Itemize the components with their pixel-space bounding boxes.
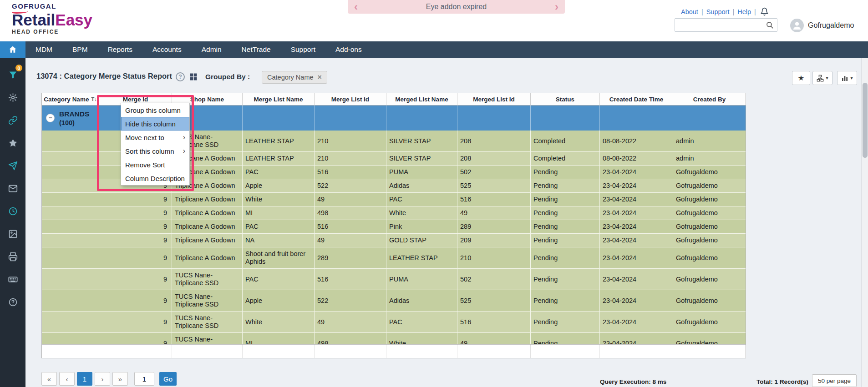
- sidebar-filter[interactable]: 0: [0, 63, 25, 86]
- favorite-button[interactable]: ★: [792, 71, 810, 85]
- link-separator: |: [701, 8, 703, 15]
- chart-view-button[interactable]: ▾: [837, 71, 857, 85]
- bell-icon[interactable]: [760, 7, 769, 16]
- menu-item-label: Group this column: [125, 106, 181, 114]
- nav-item-support[interactable]: Support: [281, 41, 325, 58]
- menu-item-column-description[interactable]: Column Description: [121, 171, 189, 185]
- menu-item-hide-this-column[interactable]: Hide this column: [121, 117, 189, 131]
- column-header-merged-list-id[interactable]: Merged List Id: [457, 93, 531, 106]
- table-row[interactable]: 9Triplicane A GodownMI498White49Pending2…: [42, 206, 746, 220]
- mail-icon: [8, 184, 18, 193]
- group-view-button[interactable]: ▾: [812, 71, 832, 85]
- cell-merged-list-id: 502: [457, 269, 531, 290]
- about-link[interactable]: About: [681, 8, 698, 15]
- sidebar-mail[interactable]: [0, 177, 25, 200]
- page-number-button[interactable]: 1: [77, 372, 92, 386]
- cell-merged-list-id: 49: [457, 333, 531, 344]
- group-cell: [386, 106, 457, 131]
- main-nav: MDM BPM Reports Accounts Admin NetTrade …: [0, 41, 868, 58]
- support-link[interactable]: Support: [706, 8, 730, 15]
- menu-item-move-next-to[interactable]: Move next to›: [121, 131, 189, 144]
- nav-item-mdm[interactable]: MDM: [25, 41, 62, 58]
- cell-merge-list-name: MI: [243, 333, 315, 344]
- cell-shop-name: Triplicane A Godown: [172, 220, 243, 234]
- cell-status: Pending: [531, 234, 600, 247]
- sidebar-keyboard[interactable]: [0, 268, 25, 291]
- sidebar-history[interactable]: [0, 200, 25, 222]
- cell-merge-list-name: White: [243, 312, 315, 333]
- help-link[interactable]: Help: [737, 8, 751, 15]
- nav-item-accounts[interactable]: Accounts: [142, 41, 192, 58]
- last-page-button[interactable]: »: [112, 372, 128, 386]
- nav-item-addons[interactable]: Add-ons: [325, 41, 372, 58]
- first-page-button[interactable]: «: [41, 372, 57, 386]
- sidebar-share[interactable]: [0, 154, 25, 177]
- column-header-status[interactable]: Status: [531, 93, 600, 106]
- menu-item-group-this-column[interactable]: Group this column: [121, 103, 189, 117]
- cell-status: Pending: [531, 166, 600, 179]
- sidebar-favorites[interactable]: [0, 131, 25, 154]
- column-header-category-name[interactable]: Category Name T↓: [42, 93, 99, 106]
- cell-merge-id: 9: [99, 206, 172, 220]
- search-icon[interactable]: [766, 21, 774, 29]
- table-row[interactable]: 9TUCS Nane- Triplicane SSDPAC516PUMA502P…: [42, 269, 746, 290]
- cell-category: [42, 193, 99, 206]
- table-row[interactable]: 9TUCS Nane- Triplicane SSDMI498White49Pe…: [42, 333, 746, 344]
- menu-item-sort-this-column[interactable]: Sort this column›: [121, 144, 189, 158]
- next-page-button[interactable]: ›: [95, 372, 110, 386]
- group-cell: [243, 106, 315, 131]
- home-tab[interactable]: [0, 41, 25, 58]
- grouped-by-chip[interactable]: Category Name ×: [262, 71, 327, 84]
- table-row[interactable]: 9Triplicane A GodownWhite49PAC516Pending…: [42, 193, 746, 206]
- table-row[interactable]: 9TUCS Nane- Triplicane SSDWhite49PAC516P…: [42, 312, 746, 333]
- sidebar-links[interactable]: [0, 109, 25, 131]
- report-help-icon[interactable]: ?: [176, 72, 185, 81]
- cell-merge-list-name: Shoot and fruit borer Aphids: [243, 247, 315, 269]
- column-header-merge-list-id[interactable]: Merge List Id: [315, 93, 386, 106]
- sidebar-print[interactable]: [0, 245, 25, 268]
- cell-merged-list-name: GOLD STAP: [386, 234, 457, 247]
- scrollbar-thumb[interactable]: [863, 83, 868, 158]
- table-row[interactable]: 9Triplicane A GodownNA49GOLD STAP209Pend…: [42, 234, 746, 247]
- nav-item-bpm[interactable]: BPM: [62, 41, 98, 58]
- cell-merge-list-id: 49: [315, 234, 386, 247]
- sidebar-media[interactable]: [0, 222, 25, 245]
- go-button[interactable]: Go: [159, 372, 177, 386]
- user-menu[interactable]: Gofrugaldemo: [790, 19, 854, 32]
- search-input[interactable]: [675, 19, 766, 31]
- cell-created-date-time: 23-04-2024: [600, 179, 673, 193]
- cell-status: Pending: [531, 333, 600, 344]
- chip-close-icon[interactable]: ×: [318, 73, 322, 81]
- collapse-group-button[interactable]: −: [46, 114, 55, 122]
- column-header-created-date-time[interactable]: Created Date Time: [600, 93, 673, 106]
- table-row[interactable]: 9Triplicane A GodownPAC516Pink289Pending…: [42, 220, 746, 234]
- column-header-merge-list-name[interactable]: Merge List Name: [243, 93, 315, 106]
- cell-merged-list-id: 516: [457, 312, 531, 333]
- cell-merged-list-id: 49: [457, 206, 531, 220]
- menu-item-remove-sort[interactable]: Remove Sort: [121, 158, 189, 171]
- link-icon: [8, 116, 18, 125]
- vertical-scrollbar[interactable]: [861, 58, 868, 387]
- column-header-created-by[interactable]: Created By: [673, 93, 746, 106]
- cell-merged-list-name: PUMA: [386, 269, 457, 290]
- board-grid-icon[interactable]: [189, 73, 198, 81]
- banner-prev-icon[interactable]: ‹: [354, 2, 358, 12]
- column-header-merged-list-name[interactable]: Merged List Name: [386, 93, 457, 106]
- group-cell: [673, 106, 746, 131]
- person-icon: [792, 20, 802, 31]
- footer-cell: [99, 345, 172, 358]
- sidebar-help[interactable]: [0, 291, 25, 313]
- group-count: (100): [59, 119, 89, 126]
- per-page-select[interactable]: 50 per page: [812, 374, 857, 387]
- prev-page-button[interactable]: ‹: [59, 372, 75, 386]
- goto-page-input[interactable]: [134, 372, 154, 386]
- sidebar-settings[interactable]: [0, 86, 25, 109]
- nav-item-admin[interactable]: Admin: [192, 41, 232, 58]
- nav-item-nettrade[interactable]: NetTrade: [232, 41, 281, 58]
- table-row[interactable]: 9TUCS Nane- Triplicane SSDApple522Adidas…: [42, 290, 746, 312]
- menu-item-label: Hide this column: [125, 120, 176, 128]
- table-row[interactable]: 9Triplicane A GodownShoot and fruit bore…: [42, 247, 746, 269]
- nav-item-reports[interactable]: Reports: [98, 41, 142, 58]
- product-name-easy: Easy: [55, 11, 92, 29]
- banner-next-icon[interactable]: ›: [555, 2, 558, 12]
